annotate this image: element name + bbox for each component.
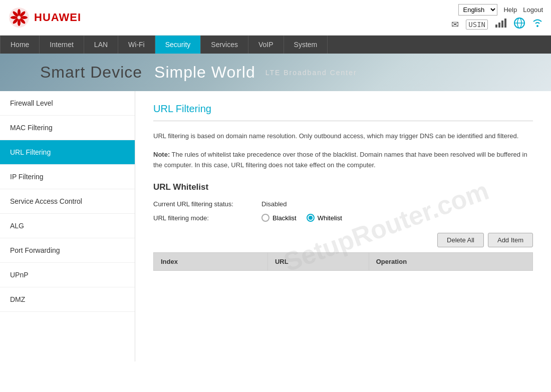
whitelist-option[interactable]: Whitelist xyxy=(307,214,342,222)
status-label: Current URL filtering status: xyxy=(153,200,253,208)
note-body: The rules of whitelist take precedence o… xyxy=(153,151,527,169)
delete-all-button[interactable]: Delete All xyxy=(437,233,484,247)
page-title: URL Filtering xyxy=(153,103,533,121)
logout-link[interactable]: Logout xyxy=(523,6,543,14)
nav-lan[interactable]: LAN xyxy=(84,36,118,54)
url-table: Index URL Operation xyxy=(153,252,533,271)
sidebar-item-port-forwarding[interactable]: Port Forwarding xyxy=(0,238,135,263)
description-text: URL filtering is based on domain name re… xyxy=(153,131,533,142)
whitelist-label: Whitelist xyxy=(318,214,342,222)
logo-text: HUAWEI xyxy=(34,11,81,24)
nav-system[interactable]: System xyxy=(284,36,328,54)
note-text: Note: The rules of whitelist take preced… xyxy=(153,150,533,171)
blacklist-radio[interactable] xyxy=(261,214,269,222)
main-layout: Firewall Level MAC Filtering URL Filteri… xyxy=(0,91,551,361)
banner: Smart Device Simple World LTE Broadband … xyxy=(0,54,551,91)
logo-area: HUAWEI xyxy=(8,7,81,29)
svg-rect-12 xyxy=(504,19,506,28)
language-dropdown[interactable]: English Chinese xyxy=(458,4,497,16)
banner-sub-text: LTE Broadband Center xyxy=(265,69,357,77)
col-operation: Operation xyxy=(369,253,532,271)
nav-security[interactable]: Security xyxy=(155,36,201,54)
sidebar-item-dmz[interactable]: DMZ xyxy=(0,287,135,312)
help-link[interactable]: Help xyxy=(503,6,517,14)
blacklist-label: Blacklist xyxy=(272,214,297,222)
mode-label: URL filtering mode: xyxy=(153,214,253,222)
banner-smart-text: Smart Device xyxy=(40,63,142,82)
svg-rect-10 xyxy=(498,23,500,28)
nav-voip[interactable]: VoIP xyxy=(248,36,284,54)
sidebar-item-firewall[interactable]: Firewall Level xyxy=(0,91,135,116)
nav-wifi[interactable]: Wi-Fi xyxy=(118,36,155,54)
globe-icon[interactable] xyxy=(514,18,525,31)
svg-rect-11 xyxy=(501,21,503,28)
status-value: Disabled xyxy=(261,200,287,208)
main-nav: Home Internet LAN Wi-Fi Security Service… xyxy=(0,36,551,54)
mode-radio-group: Blacklist Whitelist xyxy=(261,214,342,222)
table-header-row: Index URL Operation xyxy=(154,253,533,271)
sidebar: Firewall Level MAC Filtering URL Filteri… xyxy=(0,91,135,361)
signal-icon xyxy=(495,19,507,30)
sim-icon: USIN xyxy=(466,20,488,30)
sidebar-item-alg[interactable]: ALG xyxy=(0,214,135,238)
svg-point-16 xyxy=(536,25,538,27)
add-item-button[interactable]: Add Item xyxy=(488,233,533,247)
sidebar-item-url-filtering[interactable]: URL Filtering xyxy=(0,140,135,165)
nav-services[interactable]: Services xyxy=(201,36,248,54)
mode-row: URL filtering mode: Blacklist Whitelist xyxy=(153,214,533,222)
table-actions: Delete All Add Item xyxy=(153,228,533,252)
language-selector[interactable]: English Chinese xyxy=(458,4,497,16)
blacklist-option[interactable]: Blacklist xyxy=(261,214,297,222)
mail-icon[interactable]: ✉ xyxy=(451,19,459,30)
nav-internet[interactable]: Internet xyxy=(40,36,84,54)
svg-rect-9 xyxy=(495,25,497,28)
sidebar-item-mac-filtering[interactable]: MAC Filtering xyxy=(0,116,135,140)
wifi-icon xyxy=(532,19,543,30)
huawei-logo xyxy=(8,7,30,29)
status-row: Current URL filtering status: Disabled xyxy=(153,200,533,208)
section-title: URL Whitelist xyxy=(153,182,533,192)
whitelist-radio[interactable] xyxy=(307,214,315,222)
top-links: Help Logout xyxy=(503,6,543,14)
note-label: Note: xyxy=(153,151,170,158)
sidebar-item-upnp[interactable]: UPnP xyxy=(0,263,135,287)
top-header: HUAWEI English Chinese Help Logout ✉ USI… xyxy=(0,0,551,36)
sidebar-item-ip-filtering[interactable]: IP Filtering xyxy=(0,165,135,189)
top-right: English Chinese Help Logout xyxy=(458,4,543,16)
col-url: URL xyxy=(267,253,369,271)
content-area: SetupRouter.com URL Filtering URL filter… xyxy=(135,91,551,361)
col-index: Index xyxy=(154,253,268,271)
top-icons: ✉ USIN xyxy=(451,18,543,31)
banner-simple-text: Simple World xyxy=(154,63,255,82)
top-right-wrapper: English Chinese Help Logout ✉ USIN xyxy=(451,4,543,31)
nav-home[interactable]: Home xyxy=(0,36,40,54)
sidebar-item-service-access[interactable]: Service Access Control xyxy=(0,189,135,214)
